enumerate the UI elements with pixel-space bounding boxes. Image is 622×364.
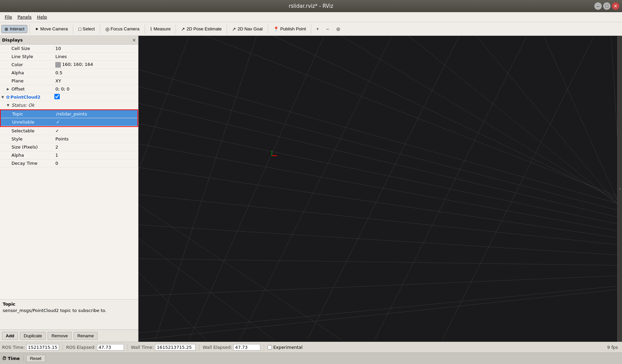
property-value: 0; 0; 0 bbox=[55, 86, 137, 92]
tree-row-decay-time[interactable]: Decay Time 0 bbox=[0, 159, 138, 167]
tree-row-pointcloud2[interactable]: ▼ ✿ PointCloud2 bbox=[0, 93, 138, 101]
pointcloud-icon: ✿ bbox=[6, 95, 10, 100]
move-camera-icon: ✦ bbox=[35, 26, 39, 32]
toolbar-2d-nav[interactable]: ↗ 2D Nav Goal bbox=[229, 25, 265, 33]
separator-7 bbox=[268, 24, 268, 34]
description-text: sensor_msgs/PointCloud2 topic to subscri… bbox=[3, 308, 135, 313]
toolbar-add-icon[interactable]: + bbox=[313, 25, 322, 33]
minus-icon: – bbox=[326, 26, 329, 31]
tree-row-style[interactable]: Style Points bbox=[0, 135, 138, 143]
rename-button[interactable]: Rename bbox=[74, 332, 98, 340]
topic-label: Topic bbox=[12, 111, 56, 116]
toolbar-focus-camera-label: Focus Camera bbox=[111, 26, 139, 31]
toolbar-circle-icon[interactable]: ◎ bbox=[333, 25, 343, 33]
menu-help[interactable]: Help bbox=[34, 14, 50, 20]
titlebar: rslidar.rviz* - RViz – □ ✕ bbox=[0, 0, 622, 12]
toolbar-focus-camera[interactable]: ◎ Focus Camera bbox=[102, 25, 142, 33]
wall-time-section: Wall Time: 1615213715.25 bbox=[128, 344, 200, 350]
property-label: Color bbox=[11, 62, 55, 67]
wall-time-label: Wall Time: bbox=[131, 345, 154, 350]
toolbar-2d-pose[interactable]: ↗ 2D Pose Estimate bbox=[178, 25, 225, 33]
fps-display: 9 fps bbox=[607, 345, 620, 350]
decay-time-value: 0 bbox=[55, 161, 137, 166]
separator-5 bbox=[176, 24, 176, 34]
axis-cross bbox=[265, 149, 279, 162]
ros-elapsed-value: 47.73 bbox=[97, 344, 124, 350]
property-label: Line Style bbox=[11, 54, 55, 59]
toolbar-move-camera[interactable]: ✦ Move Camera bbox=[32, 25, 71, 33]
property-value: 10 bbox=[55, 46, 137, 51]
window-title: rslidar.rviz* - RViz bbox=[289, 3, 333, 9]
decay-time-label: Decay Time bbox=[11, 161, 55, 166]
menu-file[interactable]: File bbox=[2, 14, 15, 20]
color-swatch bbox=[55, 62, 61, 68]
wall-elapsed-section: Wall Elapsed: 47.73 bbox=[199, 344, 264, 350]
toolbar-interact-label: Interact bbox=[10, 26, 24, 31]
unreliable-value: ✓ bbox=[56, 120, 136, 125]
tree-row-unreliable[interactable]: Unreliable ✓ bbox=[1, 118, 137, 126]
expand-icon[interactable]: ▼ bbox=[1, 95, 6, 99]
unreliable-label: Unreliable bbox=[12, 120, 56, 125]
main-area: Displays ✕ Cell Size 10 Line Style Lines bbox=[0, 36, 622, 342]
displays-tree[interactable]: Cell Size 10 Line Style Lines Color 160;… bbox=[0, 45, 138, 299]
toolbar-measure-label: Measure bbox=[154, 26, 171, 31]
ros-elapsed-section: ROS Elapsed: 47.73 bbox=[63, 344, 128, 350]
tree-row-line-style[interactable]: Line Style Lines bbox=[0, 53, 138, 61]
tree-row-offset[interactable]: ▶ Offset 0; 0; 0 bbox=[0, 85, 138, 93]
wall-elapsed-label: Wall Elapsed: bbox=[203, 345, 232, 350]
property-value: 0.5 bbox=[55, 70, 137, 75]
style-label: Style bbox=[11, 136, 55, 141]
tree-row-plane[interactable]: Plane XY bbox=[0, 77, 138, 85]
tree-row-selectable[interactable]: Selectable ✓ bbox=[0, 127, 138, 135]
topic-value: /rslidar_points bbox=[56, 111, 136, 116]
wall-elapsed-value: 47.73 bbox=[233, 344, 260, 350]
maximize-button[interactable]: □ bbox=[603, 2, 611, 10]
focus-camera-icon: ◎ bbox=[105, 26, 109, 32]
3d-viewport[interactable]: › bbox=[138, 36, 622, 342]
minimize-button[interactable]: – bbox=[594, 2, 602, 10]
panel-buttons: Add Duplicate Remove Rename bbox=[0, 330, 138, 342]
toolbar-select[interactable]: □ Select bbox=[75, 25, 98, 33]
tree-row-cell-size[interactable]: Cell Size 10 bbox=[0, 45, 138, 53]
status-label: Status: Ok bbox=[11, 103, 55, 108]
titlebar-controls: – □ ✕ bbox=[594, 2, 619, 10]
menu-panels[interactable]: Panels bbox=[15, 14, 34, 20]
select-icon: □ bbox=[78, 26, 81, 32]
style-value: Points bbox=[55, 136, 137, 141]
circle-icon: ◎ bbox=[336, 26, 340, 31]
tree-row-topic[interactable]: Topic /rslidar_points bbox=[1, 110, 137, 118]
remove-button[interactable]: Remove bbox=[48, 332, 71, 340]
toolbar-publish-point-label: Publish Point bbox=[280, 26, 306, 31]
tree-row-alpha[interactable]: Alpha 0.5 bbox=[0, 69, 138, 77]
property-label: Alpha bbox=[11, 70, 55, 75]
right-collapse-handle[interactable]: › bbox=[617, 36, 622, 342]
expand-icon[interactable]: ▼ bbox=[7, 103, 11, 107]
toolbar-minus-icon[interactable]: – bbox=[323, 25, 332, 33]
property-label: Cell Size bbox=[11, 46, 55, 51]
add-button[interactable]: Add bbox=[2, 332, 18, 340]
reset-button[interactable]: Reset bbox=[26, 355, 45, 362]
tree-row-size-pixels[interactable]: Size (Pixels) 2 bbox=[0, 143, 138, 151]
property-value: 160; 160; 164 bbox=[55, 62, 137, 68]
measure-icon: ⌇ bbox=[150, 26, 152, 32]
displays-close-button[interactable]: ✕ bbox=[132, 37, 136, 43]
alpha2-label: Alpha bbox=[11, 153, 55, 158]
topic-outline: Topic /rslidar_points Unreliable ✓ bbox=[0, 109, 138, 127]
tree-row-status[interactable]: ▼ Status: Ok bbox=[0, 101, 138, 109]
toolbar-publish-point[interactable]: 📍 Publish Point bbox=[270, 25, 309, 33]
pointcloud-checkbox[interactable] bbox=[54, 94, 60, 99]
close-button[interactable]: ✕ bbox=[612, 2, 619, 10]
toolbar-interact[interactable]: ⊕ Interact bbox=[1, 25, 27, 33]
experimental-checkbox[interactable] bbox=[267, 345, 272, 349]
property-label: Offset bbox=[11, 86, 55, 92]
toolbar-measure[interactable]: ⌇ Measure bbox=[147, 25, 174, 33]
toolbar-select-label: Select bbox=[82, 26, 95, 31]
wall-time-value: 1615213715.25 bbox=[155, 344, 196, 350]
menubar: File Panels Help bbox=[0, 12, 622, 22]
tree-row-color[interactable]: Color 160; 160; 164 bbox=[0, 61, 138, 69]
separator-4 bbox=[145, 24, 145, 34]
expand-icon: ▶ bbox=[7, 87, 11, 91]
pointcloud-label: PointCloud2 bbox=[10, 95, 54, 100]
tree-row-alpha2[interactable]: Alpha 1 bbox=[0, 151, 138, 159]
duplicate-button[interactable]: Duplicate bbox=[20, 332, 46, 340]
